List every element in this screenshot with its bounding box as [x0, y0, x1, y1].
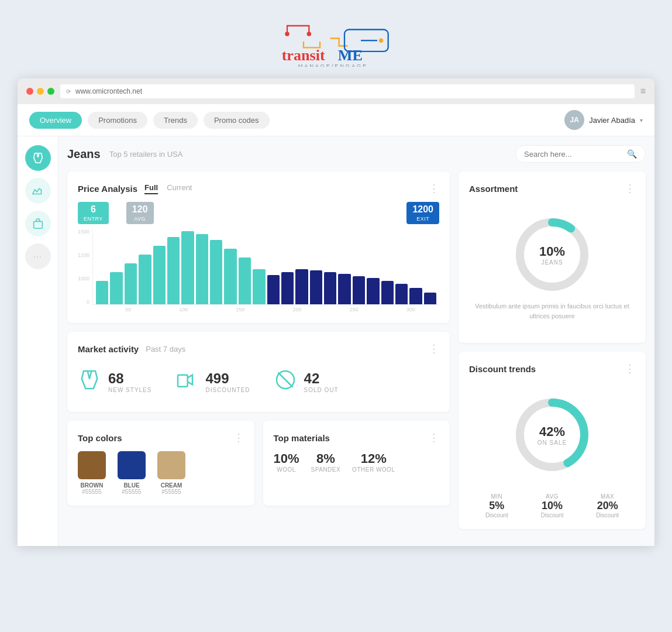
market-activity-header: Market activity Past 7 days ⋮	[78, 342, 439, 355]
assortment-pct: 10%	[539, 244, 565, 259]
new-styles-stat: 68 NEW STYLES	[78, 368, 151, 396]
price-analysis-card: Price Analysis Full Current ⋮ 6 ENTRY	[67, 171, 450, 323]
sidebar-item-more[interactable]: ···	[25, 243, 51, 269]
top-colors-menu-icon[interactable]: ⋮	[233, 431, 244, 444]
market-activity-title: Market activity	[78, 344, 139, 354]
discount-max: MAX 20% Discount	[596, 493, 619, 518]
sold-out-value: 42	[304, 370, 339, 387]
top-colors-header: Top colors ⋮	[78, 431, 244, 444]
search-input[interactable]	[524, 150, 622, 159]
nav-user[interactable]: JA Javier Abadía ▾	[564, 110, 643, 130]
discount-trends-title: Discount trends	[469, 364, 536, 374]
refresh-icon: ⟳	[66, 88, 71, 95]
assortment-center: 10% JEANS	[539, 244, 565, 266]
assortment-menu-icon[interactable]: ⋮	[625, 182, 635, 195]
brown-name: BROWN	[78, 482, 106, 489]
discount-label: ON SALE	[537, 439, 567, 446]
color-brown: BROWN #55555	[78, 451, 106, 495]
top-materials-menu-icon[interactable]: ⋮	[429, 431, 439, 444]
discount-min: MIN 5% Discount	[485, 493, 508, 518]
sidebar-item-bags[interactable]	[25, 211, 51, 236]
blue-swatch	[118, 451, 146, 479]
market-activity-card: Market activity Past 7 days ⋮	[67, 332, 450, 412]
bar-navy	[338, 274, 350, 304]
bar-teal	[196, 234, 208, 304]
price-analysis-menu-icon[interactable]: ⋮	[429, 182, 439, 195]
materials-row: 10% WOOL 8% SPANDEX 12% OTHER WOOL	[274, 451, 440, 473]
bar-navy	[424, 293, 436, 304]
page-header: Jeans Top 5 retailers in USA 🔍	[67, 145, 646, 163]
bar-navy	[395, 284, 408, 304]
nav-tabs: Overview Promotions Trends Promo codes	[29, 112, 270, 129]
avg-badge: 120 AVG	[126, 202, 154, 224]
wool-name: WOOL	[274, 466, 299, 473]
market-activity-subtitle: Past 7 days	[146, 345, 185, 353]
discount-avg: AVG 10% Discount	[541, 493, 564, 518]
tab-promotions[interactable]: Promotions	[88, 112, 147, 129]
search-box[interactable]: 🔍	[515, 145, 646, 163]
bar-teal	[125, 263, 137, 304]
price-analysis-header: Price Analysis Full Current ⋮	[78, 182, 439, 195]
tab-promo-codes[interactable]: Promo codes	[204, 112, 270, 129]
svg-line-11	[278, 373, 292, 387]
blue-hex: #55555	[118, 489, 146, 495]
search-icon: 🔍	[627, 149, 637, 159]
bar-navy	[367, 278, 379, 304]
sidebar-item-shoes[interactable]	[25, 178, 51, 204]
brown-hex: #55555	[78, 489, 106, 495]
svg-text:transit: transit	[281, 47, 325, 64]
svg-point-4	[306, 32, 311, 36]
discount-trends-menu-icon[interactable]: ⋮	[625, 362, 635, 375]
svg-point-3	[285, 32, 289, 36]
cream-hex: #55555	[157, 489, 185, 495]
right-column: Assortment ⋮	[459, 171, 646, 529]
exit-badge: 1200 EXIT	[406, 202, 439, 224]
logo-area: transit ME MANAGE/ENGAGE	[0, 0, 672, 78]
color-blue: BLUE #55555	[118, 451, 146, 495]
address-bar[interactable]: ⟳ www.omicrontech.net	[60, 84, 635, 98]
top-materials-header: Top materials ⋮	[274, 431, 440, 444]
discounted-value: 499	[205, 370, 250, 387]
bar-teal	[139, 255, 151, 304]
tab-trends[interactable]: Trends	[153, 112, 198, 129]
bar-navy	[267, 275, 280, 304]
jeans-stat-icon	[78, 368, 101, 396]
main-content: ··· Jeans Top 5 retailers in USA 🔍	[18, 136, 654, 546]
nav-bar: Overview Promotions Trends Promo codes J…	[18, 104, 654, 136]
discount-donut: 42% ON SALE	[511, 394, 593, 476]
bar-navy	[409, 288, 422, 304]
sidebar: ···	[18, 136, 58, 546]
assortment-donut: 10% JEANS	[511, 214, 593, 296]
sold-out-stat-icon	[274, 368, 297, 396]
discount-pct: 42%	[537, 424, 567, 439]
svg-rect-9	[178, 375, 188, 387]
bar-teal	[239, 257, 251, 304]
content-grid: Price Analysis Full Current ⋮ 6 ENTRY	[67, 171, 646, 529]
bar-teal	[253, 269, 265, 304]
browser-window: ⟳ www.omicrontech.net ≡ Overview Promoti…	[18, 78, 654, 546]
left-column: Price Analysis Full Current ⋮ 6 ENTRY	[67, 171, 450, 529]
new-styles-value: 68	[108, 370, 151, 387]
traffic-lights	[26, 88, 54, 95]
market-activity-menu-icon[interactable]: ⋮	[429, 342, 439, 355]
bar-chart-container: 1500 1100 1000 0 50	[78, 229, 439, 312]
bar-teal	[153, 246, 166, 304]
tab-current[interactable]: Current	[167, 183, 192, 194]
bar-teal	[110, 272, 122, 304]
discount-trends-header: Discount trends ⋮	[469, 362, 635, 375]
minimize-button[interactable]	[37, 88, 44, 95]
bar-navy	[281, 272, 294, 304]
browser-titlebar: ⟳ www.omicrontech.net ≡	[18, 78, 654, 104]
close-button[interactable]	[26, 88, 33, 95]
sidebar-item-jeans[interactable]	[25, 145, 51, 171]
tab-full[interactable]: Full	[144, 183, 158, 194]
maximize-button[interactable]	[47, 88, 54, 95]
wool-pct: 10%	[274, 451, 299, 466]
bottom-grid: Top colors ⋮ BROWN #55555	[67, 421, 450, 506]
assortment-title: Assortment	[469, 184, 518, 194]
svg-text:MANAGE/ENGAGE: MANAGE/ENGAGE	[298, 63, 367, 67]
browser-menu-icon[interactable]: ≡	[640, 86, 646, 97]
discount-stat-icon	[175, 368, 198, 396]
chevron-down-icon: ▾	[640, 117, 643, 123]
tab-overview[interactable]: Overview	[29, 112, 82, 129]
